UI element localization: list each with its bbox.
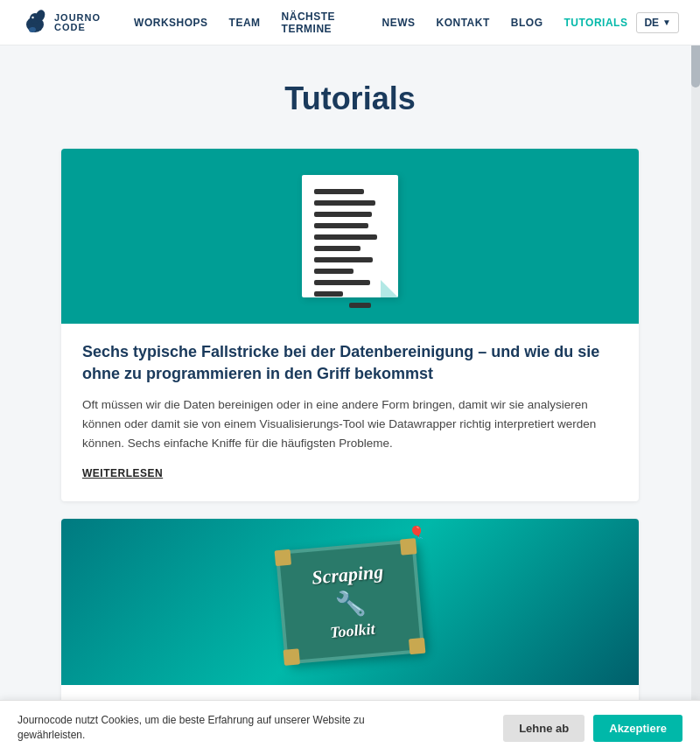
doc-line xyxy=(314,234,377,240)
squirrel-icon xyxy=(21,9,49,37)
cookie-buttons: Lehne ab Akzeptiere xyxy=(503,715,682,742)
doc-line xyxy=(314,280,370,285)
main-content: Tutorials Sechs typische Fallstricke bei… xyxy=(44,45,656,755)
toolkit-box: 🎈 Scraping 🔧 Toolkit xyxy=(276,539,425,664)
language-selector[interactable]: DE ▼ xyxy=(636,12,679,33)
cookie-text: Journocode nutzt Cookies, um die beste E… xyxy=(18,713,420,743)
doc-line xyxy=(314,189,364,194)
nav-blog[interactable]: BLOG xyxy=(502,11,552,34)
corner-decoration xyxy=(275,549,292,567)
page-title: Tutorials xyxy=(61,80,639,117)
nav-tutorials[interactable]: TUTORIALS xyxy=(555,11,636,34)
doc-line xyxy=(314,269,354,274)
doc-line xyxy=(314,246,360,251)
nav-kontakt[interactable]: KONTAKT xyxy=(428,11,499,34)
doc-line xyxy=(314,291,343,297)
scraping-illustration: 🎈 Scraping 🔧 Toolkit xyxy=(61,519,639,685)
doc-line xyxy=(314,223,368,228)
article-image-2: 🎈 Scraping 🔧 Toolkit xyxy=(61,519,639,685)
read-more-link-1[interactable]: WEITERLESEN xyxy=(82,467,163,479)
document-illustration xyxy=(302,175,398,297)
lang-label: DE xyxy=(644,17,659,29)
article-image-1 xyxy=(61,149,639,324)
article-body-1: Sechs typische Fallstricke bei der Daten… xyxy=(61,324,639,501)
nav-termine[interactable]: NÄCHSTE TERMINE xyxy=(273,5,370,40)
scrollbar-track[interactable] xyxy=(691,0,700,755)
cookie-decline-button[interactable]: Lehne ab xyxy=(503,715,584,742)
main-nav: JOURNO CODE WORKSHOPS TEAM NÄCHSTE TERMI… xyxy=(0,0,700,45)
article-card: Sechs typische Fallstricke bei der Daten… xyxy=(61,149,639,501)
wrench-icon: 🔧 xyxy=(333,589,367,620)
doc-line xyxy=(314,212,372,217)
balloon-decoration: 🎈 xyxy=(409,525,424,540)
article-title-1: Sechs typische Fallstricke bei der Daten… xyxy=(82,341,618,385)
nav-workshops[interactable]: WORKSHOPS xyxy=(125,11,217,34)
logo-code: CODE xyxy=(54,23,101,32)
nav-links: WORKSHOPS TEAM NÄCHSTE TERMINE NEWS KONT… xyxy=(125,5,636,40)
cookie-banner: Journocode nutzt Cookies, um die beste E… xyxy=(0,700,700,755)
cookie-accept-button[interactable]: Akzeptiere xyxy=(593,715,682,742)
toolkit-title-scraping: Scraping xyxy=(311,561,384,590)
doc-line xyxy=(349,303,371,308)
corner-decoration xyxy=(283,648,300,666)
article-excerpt-1: Oft müssen wir die Daten bereinigen oder… xyxy=(82,395,618,452)
svg-point-3 xyxy=(32,16,33,17)
nav-news[interactable]: NEWS xyxy=(374,11,424,34)
nav-team[interactable]: TEAM xyxy=(220,11,270,34)
doc-line xyxy=(314,257,373,262)
doc-line xyxy=(314,200,375,206)
chevron-down-icon: ▼ xyxy=(662,17,671,27)
logo-link[interactable]: JOURNO CODE xyxy=(21,9,101,37)
logo-journo: JOURNO xyxy=(54,13,101,23)
corner-decoration xyxy=(400,538,417,556)
logo-text: JOURNO CODE xyxy=(54,13,101,32)
corner-decoration xyxy=(409,638,426,655)
toolkit-title-toolkit: Toolkit xyxy=(329,620,375,642)
